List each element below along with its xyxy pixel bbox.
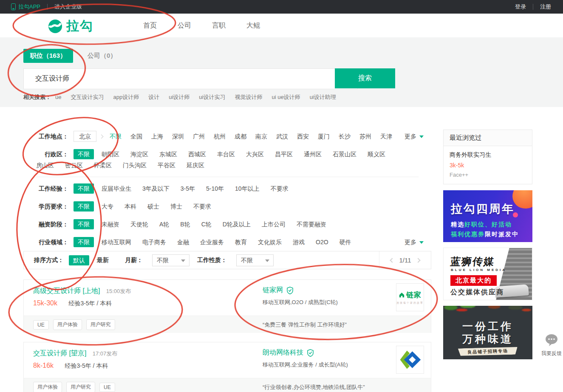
related-search-link[interactable]: 视觉设计师 xyxy=(235,93,262,101)
education-option[interactable]: 本科 xyxy=(124,201,136,212)
district-option[interactable]: 平谷区 xyxy=(158,160,175,171)
related-search-link[interactable]: 交互设计实习 xyxy=(71,93,104,101)
experience-option[interactable]: 不要求 xyxy=(271,183,289,194)
tab-companies[interactable]: 公司（0） xyxy=(81,49,123,63)
login-link[interactable]: 登录 xyxy=(515,3,526,11)
district-option[interactable]: 昌平区 xyxy=(275,149,293,160)
nav-item[interactable]: 言职 xyxy=(212,21,226,30)
related-search-link[interactable]: ui设计实习 xyxy=(199,93,225,101)
industry-option[interactable]: 文化娱乐 xyxy=(258,237,282,248)
lagou-logo[interactable]: 拉勾 xyxy=(48,17,93,35)
district-option[interactable]: 延庆区 xyxy=(187,160,204,171)
job-card[interactable]: 交互设计师 [望京] 17:07发布 8k-16k 经验3-5年 / 本科 朗动… xyxy=(23,342,431,392)
district-option[interactable]: 石景山区 xyxy=(333,149,356,160)
more-cities-button[interactable]: 更多 xyxy=(405,131,424,142)
district-option[interactable]: 朝阳区 xyxy=(102,149,119,160)
district-option[interactable]: 顺义区 xyxy=(368,149,385,160)
recently-viewed-item[interactable]: 商务外联实习生 3k-5k Face++ xyxy=(444,146,532,184)
city-option[interactable]: 厦门 xyxy=(318,131,330,142)
district-option[interactable]: 门头沟区 xyxy=(123,160,147,171)
industry-option[interactable]: 金融 xyxy=(177,237,189,248)
job-title-link[interactable]: 高级交互设计师 [上地] xyxy=(33,287,100,294)
company-link[interactable]: 链家网 xyxy=(263,286,283,295)
job-title-link[interactable]: 交互设计师 [望京] xyxy=(33,350,86,357)
industry-selected-button[interactable]: 不限 xyxy=(74,237,94,247)
industry-option[interactable]: 移动互联网 xyxy=(102,237,131,248)
industry-option[interactable]: 电子商务 xyxy=(142,237,166,248)
tab-positions[interactable]: 职位（163） xyxy=(23,49,73,63)
search-button[interactable]: 搜索 xyxy=(335,68,395,88)
ad-banner-bluelion[interactable]: 蓝狮传媒 BLUE LION MEDIA 北京最大的 公交媒体供应商 xyxy=(443,248,532,300)
funding-option[interactable]: D轮及以上 xyxy=(223,219,251,230)
city-option[interactable]: 广州 xyxy=(193,131,205,142)
company-link[interactable]: 朗动网络科技 xyxy=(263,348,303,357)
salary-dropdown[interactable]: 不限 xyxy=(152,254,190,266)
education-option[interactable]: 不要求 xyxy=(193,201,211,212)
education-option[interactable]: 大专 xyxy=(102,201,113,212)
city-option[interactable]: 天津 xyxy=(380,131,392,142)
job-tag[interactable]: UE xyxy=(33,320,49,330)
ad-banner-anniversary[interactable]: 拉勾四周年 精选好职位、好活动 福利优惠券限时派发中 xyxy=(443,190,532,242)
experience-option[interactable]: 3年及以下 xyxy=(142,183,170,194)
feedback-widget[interactable]: 我要反馈 xyxy=(540,334,563,357)
related-search-link[interactable]: ui设计师 xyxy=(169,93,190,101)
industry-option[interactable]: 硬件 xyxy=(339,237,351,248)
job-type-dropdown[interactable]: 不限 xyxy=(236,254,274,266)
funding-option[interactable]: 上市公司 xyxy=(262,219,286,230)
city-option[interactable]: 深圳 xyxy=(172,131,184,142)
sort-option[interactable]: 最新 xyxy=(97,257,109,264)
education-option[interactable]: 博士 xyxy=(170,201,182,212)
next-page-button[interactable] xyxy=(416,258,420,262)
funding-option[interactable]: 天使轮 xyxy=(130,219,148,230)
recent-job-title[interactable]: 商务外联实习生 xyxy=(450,151,526,159)
city-option[interactable]: 西安 xyxy=(297,131,309,142)
city-option[interactable]: 长沙 xyxy=(339,131,351,142)
city-option[interactable]: 南京 xyxy=(255,131,267,142)
register-link[interactable]: 注册 xyxy=(540,3,551,11)
funding-option[interactable]: A轮 xyxy=(159,219,169,230)
nav-item[interactable]: 大鲲 xyxy=(246,21,260,30)
prev-page-button[interactable] xyxy=(390,258,395,262)
job-tag[interactable]: 用户研究 xyxy=(66,382,95,392)
district-selected-button[interactable]: 不限 xyxy=(74,149,94,159)
funding-option[interactable]: C轮 xyxy=(201,219,212,230)
funding-option[interactable]: 未融资 xyxy=(102,219,119,230)
more-industries-button[interactable]: 更多 xyxy=(405,237,424,248)
lagou-app-link[interactable]: 拉勾APP xyxy=(11,3,40,11)
job-card[interactable]: 高级交互设计师 [上地] 15:00发布 15k-30k 经验3-5年 / 本科… xyxy=(23,279,431,333)
district-option[interactable]: 西城区 xyxy=(188,149,206,160)
job-tag[interactable]: 用户体验 xyxy=(33,382,62,392)
city-option[interactable]: 杭州 xyxy=(214,131,226,142)
industry-option[interactable]: O2O xyxy=(316,237,328,248)
district-option[interactable]: 丰台区 xyxy=(217,149,235,160)
job-tag[interactable]: 用户研究 xyxy=(86,319,115,330)
enterprise-link[interactable]: 进入企业版 xyxy=(54,3,82,11)
city-option[interactable]: 苏州 xyxy=(359,131,371,142)
city-option[interactable]: 不限 xyxy=(110,131,122,142)
industry-option[interactable]: 游戏 xyxy=(293,237,305,248)
city-option[interactable]: 武汉 xyxy=(276,131,288,142)
related-search-link[interactable]: ui设计助理 xyxy=(310,93,336,101)
current-city-button[interactable]: 北京 xyxy=(74,131,96,142)
district-option[interactable]: 东城区 xyxy=(159,149,177,160)
job-tag[interactable]: 用户体验 xyxy=(53,319,82,330)
industry-option[interactable]: 教育 xyxy=(235,237,247,248)
related-search-link[interactable]: ue xyxy=(55,94,61,100)
district-option[interactable]: 怀柔区 xyxy=(94,160,112,171)
funding-option[interactable]: 不需要融资 xyxy=(297,219,326,230)
search-input[interactable] xyxy=(23,68,358,89)
related-search-link[interactable]: 设计 xyxy=(148,93,159,101)
education-option[interactable]: 硕士 xyxy=(147,201,159,212)
job-tag[interactable]: UE xyxy=(99,383,115,392)
ad-banner-food[interactable]: 一份工作 万种味道 良品铺子招聘专场 xyxy=(443,306,532,359)
related-search-link[interactable]: app设计师 xyxy=(113,93,139,101)
nav-item[interactable]: 首页 xyxy=(143,21,157,30)
city-option[interactable]: 上海 xyxy=(151,131,163,142)
district-option[interactable]: 通州区 xyxy=(304,149,322,160)
industry-option[interactable]: 企业服务 xyxy=(200,237,224,248)
district-option[interactable]: 密云区 xyxy=(65,160,83,171)
experience-option[interactable]: 应届毕业生 xyxy=(102,183,131,194)
education-selected-button[interactable]: 不限 xyxy=(74,201,94,212)
district-option[interactable]: 房山区 xyxy=(36,160,54,171)
funding-selected-button[interactable]: 不限 xyxy=(74,219,94,229)
